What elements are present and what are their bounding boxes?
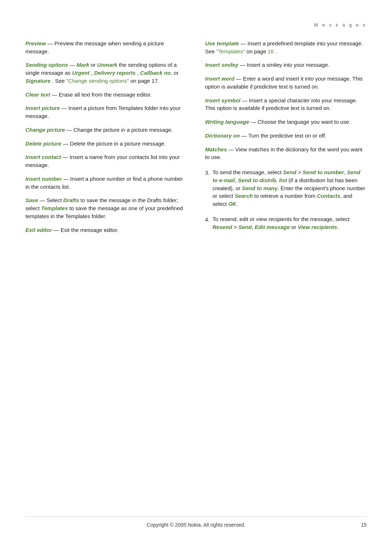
term-callback-no: Callback no. — [140, 70, 172, 76]
term-mark: Mark — [77, 62, 89, 68]
term-send-to-number: Send to number — [303, 169, 344, 175]
term-delete-picture: Delete picture — [25, 140, 61, 147]
term-send-to-distrib-list: Send to distrib. list — [238, 177, 287, 183]
term-insert-contact: Insert contact — [25, 154, 61, 160]
text-clear-text: — Erase all text from the message editor… — [52, 91, 152, 98]
term-clear-text: Clear text — [25, 91, 50, 98]
term-insert-number: Insert number — [25, 176, 62, 182]
numbered-section: 3. To send the message, select Send > Se… — [205, 168, 367, 231]
left-column: Preview — Preview the message when sendi… — [25, 40, 187, 240]
term-exit-editor: Exit editor — [25, 227, 52, 233]
term-edit-message: Edit message — [255, 224, 290, 230]
text-insert-smiley: — Insert a smiley into your message. — [240, 62, 330, 68]
term-signature: Signature — [25, 78, 50, 84]
term-insert-word: Insert word — [205, 75, 234, 82]
term-urgent: Urgent — [72, 70, 89, 76]
entry-insert-symbol: Insert symbol — Insert a special charact… — [205, 97, 367, 113]
entry-change-picture: Change picture — Change the picture in a… — [25, 126, 187, 134]
footer-copyright: Copyright © 2005 Nokia. All rights reser… — [147, 521, 245, 528]
term-send: Send — [283, 169, 297, 175]
item-content-3: To send the message, select Send > Send … — [213, 168, 367, 208]
term-writing-language: Writing language — [205, 119, 249, 125]
entry-matches: Matches — View matches in the dictionary… — [205, 146, 367, 162]
content-columns: Preview — Preview the message when sendi… — [25, 40, 367, 240]
header-title: M e s s a g e s — [314, 22, 367, 28]
text-change-picture: — Change the picture in a picture messag… — [66, 127, 173, 133]
numbered-item-4: 4. To resend, edit or view recipients fo… — [205, 215, 367, 231]
term-send-to-many: Send to many — [242, 185, 277, 191]
term-contacts: Contacts — [317, 193, 340, 199]
page-footer: Copyright © 2005 Nokia. All rights reser… — [25, 517, 367, 528]
link-page16[interactable]: 16 — [268, 48, 274, 54]
text-writing-language: — Choose the language you want to use. — [251, 119, 351, 125]
text-preview: — Preview the message when sending a pic… — [25, 40, 164, 54]
entry-insert-smiley: Insert smiley — Insert a smiley into you… — [205, 61, 367, 69]
entry-delete-picture: Delete picture — Delete the picture in a… — [25, 140, 187, 148]
entry-insert-word: Insert word — Enter a word and insert it… — [205, 75, 367, 91]
term-unmark: Unmark — [97, 62, 118, 68]
entry-dictionary-on: Dictionary on — Turn the predictive text… — [205, 132, 367, 140]
text-delete-picture: — Delete the picture in a picture messag… — [63, 140, 166, 147]
term-matches: Matches — [205, 146, 227, 152]
term-use-template: Use template — [205, 40, 239, 46]
text-dictionary-on: — Turn the predictive text on or off. — [241, 132, 326, 139]
number-4: 4. — [205, 215, 210, 231]
entry-writing-language: Writing language — Choose the language y… — [205, 118, 367, 126]
term-templates: Templates — [41, 205, 68, 211]
term-delivery-reports: Delivery reports — [94, 70, 135, 76]
page-header: M e s s a g e s — [25, 22, 367, 29]
number-3: 3. — [205, 168, 210, 208]
term-change-picture: Change picture — [25, 127, 65, 133]
term-insert-symbol: Insert symbol — [205, 97, 241, 103]
entry-sending-options: Sending options — Mark or Unmark the sen… — [25, 61, 187, 85]
link-change-sending-options[interactable]: "Change sending options" — [66, 78, 129, 84]
right-column: Use template — Insert a predefined templ… — [205, 40, 367, 240]
entry-insert-number: Insert number — Insert a phone number or… — [25, 175, 187, 191]
term-sending-options: Sending options — [25, 62, 68, 68]
page-number: 15 — [361, 521, 367, 528]
term-ok: OK — [228, 201, 237, 207]
text-exit-editor: — Exit the message editor. — [54, 227, 119, 233]
term-dictionary-on: Dictionary on — [205, 132, 240, 139]
term-preview: Preview — [25, 40, 46, 46]
text-matches: — View matches in the dictionary for the… — [205, 146, 362, 160]
entry-use-template: Use template — Insert a predefined templ… — [205, 40, 367, 56]
entry-save: Save — Select Drafts to save the message… — [25, 196, 187, 220]
term-insert-smiley: Insert smiley — [205, 62, 238, 68]
numbered-item-3: 3. To send the message, select Send > Se… — [205, 168, 367, 208]
entry-exit-editor: Exit editor — Exit the message editor. — [25, 226, 187, 234]
item-content-4: To resend, edit or view recipients for t… — [213, 215, 367, 231]
term-search: Search — [234, 193, 253, 199]
page: M e s s a g e s Preview — Preview the me… — [0, 0, 392, 543]
entry-preview: Preview — Preview the message when sendi… — [25, 40, 187, 56]
term-save: Save — [25, 197, 38, 203]
term-drafts: Drafts — [63, 197, 79, 203]
entry-clear-text: Clear text — Erase all text from the mes… — [25, 91, 187, 99]
term-send2: Send — [238, 224, 252, 230]
link-templates[interactable]: "Templates" — [216, 48, 245, 54]
entry-insert-contact: Insert contact — Insert a name from your… — [25, 153, 187, 169]
term-insert-picture: Insert picture — [25, 105, 60, 111]
entry-insert-picture: Insert picture — Insert a picture from T… — [25, 104, 187, 120]
term-resend: Resend — [213, 224, 232, 230]
term-view-recipients: View recipients — [298, 224, 337, 230]
